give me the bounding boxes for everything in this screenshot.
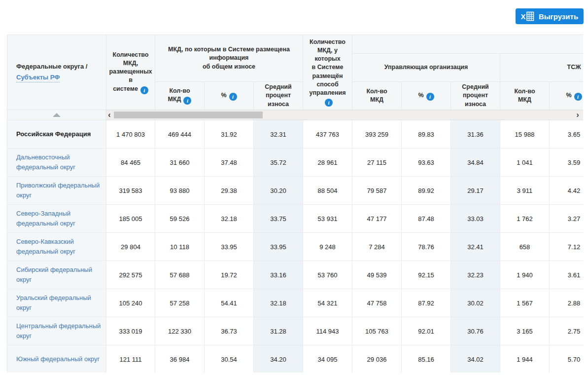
data-cell: 54 321 xyxy=(303,289,352,317)
data-cell: 79 587 xyxy=(352,177,402,205)
region-link[interactable]: Дальневосточный федеральный округ xyxy=(16,153,75,171)
pct-label: % xyxy=(418,92,423,99)
region-cell: Северо-Кавказский федеральный округ xyxy=(7,233,106,261)
data-cell: 33.75 xyxy=(254,205,303,233)
data-cell: 29 036 xyxy=(352,345,402,373)
group-header-tsj: ТСЖ xyxy=(500,54,583,82)
data-cell: 4.42 xyxy=(550,177,584,205)
data-cell: 1 762 xyxy=(500,205,550,233)
table-row: Сибирский федеральный округ292 57557 688… xyxy=(7,261,584,289)
region-link[interactable]: Уральский федеральный округ xyxy=(16,294,91,311)
data-cell: 393 259 xyxy=(352,120,402,149)
data-cell: 3.61 xyxy=(550,261,584,289)
info-icon[interactable]: i xyxy=(574,93,582,101)
data-cell: 92.01 xyxy=(402,317,451,345)
regions-header-label: Федеральные округа / xyxy=(16,62,104,71)
data-cell: 29 804 xyxy=(106,233,155,261)
subjects-rf-link[interactable]: Субъекты РФ xyxy=(16,73,60,83)
table-body: Российская Федерация1 470 803469 44431.9… xyxy=(7,120,584,373)
info-icon[interactable]: i xyxy=(229,93,237,101)
data-cell: 1 567 xyxy=(500,289,550,317)
data-cell: 105 763 xyxy=(352,317,402,345)
svg-text:X: X xyxy=(521,12,526,21)
region-link[interactable]: Южный федеральный округ xyxy=(16,355,100,363)
data-cell: 49 539 xyxy=(352,261,402,289)
export-button[interactable]: X Выгрузить xyxy=(516,8,584,24)
data-cell: 114 943 xyxy=(303,317,352,345)
scroll-left-icon[interactable]: ‹ xyxy=(108,111,111,119)
region-link[interactable]: Северо-Западный федеральный округ xyxy=(16,210,75,227)
data-cell: 53 760 xyxy=(303,261,352,289)
data-cell: 31.36 xyxy=(451,120,500,149)
info-icon[interactable]: i xyxy=(426,93,434,101)
data-cell: 31.28 xyxy=(254,317,303,345)
subheader-avg-wear: Средний процент износа xyxy=(254,82,303,110)
region-cell: Южный федеральный округ xyxy=(7,345,106,373)
data-cell: 34.02 xyxy=(451,345,500,373)
data-cell: 1 944 xyxy=(500,345,550,373)
region-link[interactable]: Приволжский федеральный округ xyxy=(16,182,100,199)
data-cell: 3.27 xyxy=(550,205,584,233)
data-cell: 84 465 xyxy=(106,149,155,177)
data-cell: 32.18 xyxy=(205,205,254,233)
data-cell: 29.17 xyxy=(451,177,500,205)
data-cell: 36 984 xyxy=(155,345,205,373)
region-link[interactable]: Северо-Кавказский федеральный округ xyxy=(16,238,75,255)
table-row: Северо-Западный федеральный округ185 005… xyxy=(7,205,584,233)
data-cell: 89.92 xyxy=(402,177,451,205)
scrollbar-thumb[interactable] xyxy=(114,112,263,118)
data-cell: 33.95 xyxy=(205,233,254,261)
data-cell: 3 165 xyxy=(500,317,550,345)
horizontal-scrollbar[interactable]: ‹ › xyxy=(106,110,583,120)
data-cell: 32.23 xyxy=(451,261,500,289)
management-org-label: Управляющая организация xyxy=(384,64,468,71)
scroll-right-icon[interactable]: › xyxy=(576,111,579,119)
region-cell: Приволжский федеральный округ xyxy=(7,177,106,205)
region-link[interactable]: Центральный федеральный округ xyxy=(16,322,101,339)
region-cell: Сибирский федеральный округ xyxy=(7,261,106,289)
info-icon[interactable]: i xyxy=(140,86,148,94)
region-cell: Северо-Западный федеральный округ xyxy=(7,205,106,233)
data-cell: 292 575 xyxy=(106,261,155,289)
data-cell: 87.92 xyxy=(402,289,451,317)
data-cell: 57 258 xyxy=(155,289,205,317)
data-cell: 35.72 xyxy=(254,149,303,177)
region-link[interactable]: Сибирский федеральный округ xyxy=(16,266,92,283)
table-row: Дальневосточный федеральный округ84 4653… xyxy=(7,149,584,177)
data-cell: 93 880 xyxy=(155,177,205,205)
data-cell: 121 111 xyxy=(106,345,155,373)
subheader-pct-wear: %i xyxy=(205,82,254,110)
info-icon[interactable]: i xyxy=(183,97,191,105)
table-row: Уральский федеральный округ105 24057 258… xyxy=(7,289,584,317)
data-cell: 87.48 xyxy=(402,205,451,233)
qty-label: Кол-во МКД xyxy=(366,88,387,103)
sort-ascending-icon[interactable] xyxy=(53,113,61,117)
data-cell: 658 xyxy=(500,233,550,261)
data-cell: 437 763 xyxy=(303,120,352,149)
sort-cell xyxy=(7,110,106,120)
wear-group-label: МКД, по которым в Системе размещена инфо… xyxy=(168,46,290,70)
data-cell: 30.76 xyxy=(451,317,500,345)
data-cell: 27 115 xyxy=(352,149,402,177)
data-cell: 2.75 xyxy=(550,317,584,345)
subheader-qty-tsj: Кол-во МКД xyxy=(500,82,550,110)
data-cell: 5.70 xyxy=(550,345,584,373)
data-cell: 10 118 xyxy=(155,233,205,261)
data-cell: 37.48 xyxy=(205,149,254,177)
region-cell: Дальневосточный федеральный округ xyxy=(7,149,106,177)
data-cell: 29.38 xyxy=(205,177,254,205)
count-in-system-label: Количество МКД, размещенных в системе xyxy=(109,51,152,92)
data-cell: 54.41 xyxy=(205,289,254,317)
data-cell: 53 931 xyxy=(303,205,352,233)
info-icon[interactable]: i xyxy=(325,99,333,107)
data-cell: 88 504 xyxy=(303,177,352,205)
subheader-pct-uo: %i xyxy=(402,82,451,110)
data-cell: 36.73 xyxy=(205,317,254,345)
table-row: Центральный федеральный округ333 019122 … xyxy=(7,317,584,345)
column-header-mgmt-method-count: Количество МКД, у которых в Системе разм… xyxy=(303,35,352,110)
data-cell: 2.88 xyxy=(550,289,584,317)
mgmt-count-label: Количество МКД, у которых в Системе разм… xyxy=(310,38,346,97)
column-header-count-in-system: Количество МКД, размещенных в системеi xyxy=(106,35,155,110)
data-cell: 30.02 xyxy=(451,289,500,317)
data-cell: 32.18 xyxy=(254,289,303,317)
